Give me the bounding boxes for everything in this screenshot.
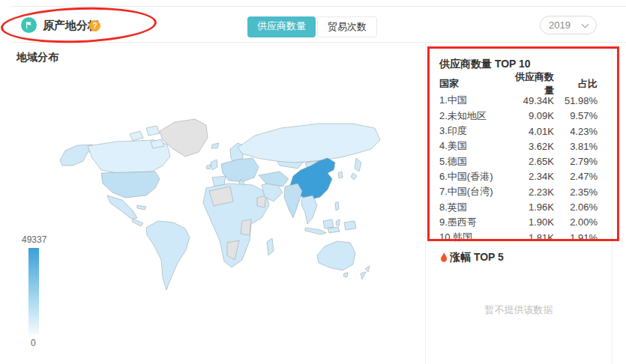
tab-supplier-count[interactable]: 供应商数量 [247,16,316,37]
top10-title: 供应商数量 TOP 10 [439,58,531,71]
table-row: 4.美国 3.62K 3.81% [439,139,598,154]
view-toggle-tabs: 供应商数量 贸易次数 [247,16,377,37]
help-icon[interactable]: ? [89,20,100,31]
stats-panel: 供应商数量 TOP 10 国家 供应商数量 占比 1.中国 49.34K 51.… [426,43,613,364]
origin-analysis-dashboard: 原产地分析 ? 供应商数量 贸易次数 2019 地域分布 [0,0,626,364]
table-row: 10.韩国 1.81K 1.91% [439,230,598,245]
map-region-south-america[interactable] [146,221,190,290]
map-panel: 地域分布 [11,43,426,364]
chevron-down-icon [582,20,589,28]
legend-gradient-bar [28,248,39,335]
rise-top5-title: 涨幅 TOP 5 [439,251,504,264]
year-select[interactable]: 2019 [540,16,597,34]
map-region-africa[interactable] [203,183,274,267]
legend-max-label: 49337 [22,234,46,245]
map-panel-title: 地域分布 [16,51,58,64]
map-region-oceania[interactable] [317,241,370,279]
empty-data-message: 暂不提供该数据 [426,303,612,317]
table-header-row: 国家 供应商数量 占比 [439,76,598,91]
col-share: 占比 [554,77,598,91]
col-country: 国家 [439,77,506,91]
table-row: 3.印度 4.01K 4.23% [439,124,598,139]
world-map-chart[interactable] [41,74,420,333]
tab-trade-count[interactable]: 贸易次数 [317,16,377,37]
flag-icon-glyph [24,20,34,30]
table-row: 7.中国(台湾) 2.23K 2.35% [439,184,598,199]
table-row: 6.中国(香港) 2.34K 2.47% [439,169,598,184]
table-row: 8.英国 1.96K 2.06% [439,199,598,214]
flame-icon [439,252,448,263]
header-bar: 原产地分析 ? 供应商数量 贸易次数 2019 [11,6,626,43]
table-row: 2.未知地区 9.09K 9.57% [439,109,598,124]
map-region-east-asia[interactable] [338,158,361,180]
top10-table: 国家 供应商数量 占比 1.中国 49.34K 51.98% 2.未知地区 9.… [439,76,598,245]
map-region-north-america[interactable] [60,126,170,226]
table-row: 9.墨西哥 1.90K 2.00% [439,215,598,230]
col-count: 供应商数量 [506,70,554,97]
table-row: 1.中国 49.34K 51.98% [439,93,598,108]
legend-min-label: 0 [31,338,36,348]
table-row: 5.德国 2.65K 2.79% [439,154,598,169]
flag-icon [21,17,37,33]
year-select-value: 2019 [549,19,571,31]
